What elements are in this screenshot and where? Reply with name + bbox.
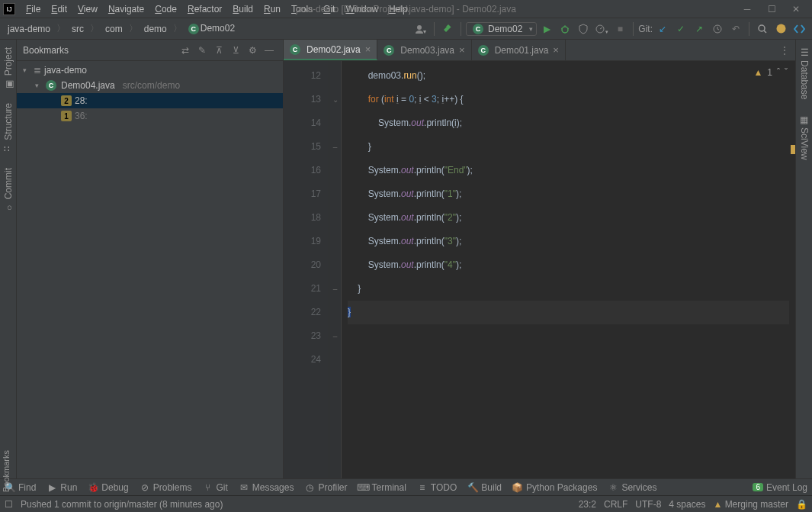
tool-window-problems[interactable]: ⊘Problems	[140, 482, 192, 493]
tool-window-git[interactable]: ⑂Git	[202, 482, 227, 493]
tool-window-run[interactable]: ▶Run	[47, 482, 77, 493]
tool-window-messages[interactable]: ✉Messages	[239, 482, 294, 493]
fold-region[interactable]	[329, 206, 341, 230]
stop-button[interactable]: ■	[611, 21, 628, 37]
hide-icon[interactable]: —	[262, 43, 277, 58]
close-icon[interactable]: ×	[459, 44, 465, 56]
git-push-icon[interactable]: ↗	[691, 21, 708, 37]
close-button[interactable]: ✕	[791, 4, 801, 14]
fold-region[interactable]: –	[329, 324, 341, 348]
caret-position[interactable]: 23:2	[579, 499, 596, 510]
menu-view[interactable]: View	[73, 2, 102, 16]
ide-settings-icon[interactable]	[772, 21, 789, 37]
coverage-button[interactable]	[575, 21, 592, 37]
project-tool-tab[interactable]: ▣Project	[2, 44, 15, 91]
collapse-icon[interactable]: ⊻	[228, 43, 243, 58]
expand-icon[interactable]: ⊼	[211, 43, 226, 58]
menu-file[interactable]: File	[21, 2, 45, 16]
tree-file[interactable]: ▾ C Demo04.java src/com/demo	[17, 78, 283, 93]
crumb[interactable]: java-demo	[5, 22, 53, 36]
run-button[interactable]: ▶	[538, 21, 555, 37]
commit-tool-tab[interactable]: ○Commit	[2, 165, 15, 214]
line-number[interactable]: 13	[287, 88, 321, 111]
maximize-button[interactable]: ☐	[766, 4, 777, 14]
code-editor[interactable]: 12131415161718192021222324 ⌄––– demo03.r…	[284, 61, 795, 478]
menu-refactor[interactable]: Refactor	[183, 2, 226, 16]
line-number[interactable]: 12	[287, 64, 321, 88]
chevron-up-icon[interactable]: ˆ	[777, 67, 780, 78]
menu-build[interactable]: Build	[228, 2, 258, 16]
crumb[interactable]: CDemo02	[185, 21, 238, 36]
line-number[interactable]: 14	[287, 111, 321, 135]
tool-window-event-log[interactable]: 6Event Log	[753, 482, 807, 493]
bookmarks-tool-tab[interactable]: Bookmarks	[0, 447, 12, 495]
encoding[interactable]: UTF-8	[635, 499, 661, 510]
edit-icon[interactable]: ✎	[194, 43, 210, 58]
line-number[interactable]: 15	[287, 135, 321, 159]
editor-tab[interactable]: CDemo03.java×	[377, 40, 471, 60]
git-history-icon[interactable]	[709, 21, 726, 37]
vcs-status-icon[interactable]: ☐	[5, 499, 13, 510]
indent-info[interactable]: 4 spaces	[669, 499, 705, 510]
line-number[interactable]: 21	[287, 277, 321, 301]
tool-window-build[interactable]: 🔨Build	[467, 482, 502, 493]
filter-icon[interactable]: ⇄	[178, 43, 193, 58]
tool-window-debug[interactable]: 🐞Debug	[88, 482, 128, 493]
line-number[interactable]: 17	[287, 182, 321, 206]
database-tool-tab[interactable]: ☰ Database	[798, 44, 811, 102]
line-gutter[interactable]: 12131415161718192021222324	[284, 61, 329, 478]
fold-region[interactable]	[329, 159, 341, 182]
bookmark-item[interactable]: 1 36:	[17, 108, 283, 124]
minimize-button[interactable]: ─	[742, 4, 753, 14]
fold-region[interactable]: ⌄	[329, 88, 341, 111]
tool-window-todo[interactable]: ≡TODO	[417, 482, 457, 493]
line-number[interactable]: 22	[287, 301, 321, 324]
inspection-widget[interactable]: ▲ 1 ˆ ˇ	[750, 66, 791, 79]
fold-region[interactable]	[329, 348, 341, 372]
tab-more-icon[interactable]: ⋮	[774, 40, 795, 60]
fold-region[interactable]	[329, 182, 341, 206]
fold-region[interactable]	[329, 64, 341, 88]
fold-region[interactable]: –	[329, 277, 341, 301]
git-commit-icon[interactable]: ✓	[672, 21, 689, 37]
close-icon[interactable]: ×	[553, 44, 559, 56]
editor-tab[interactable]: CDemo02.java×	[284, 40, 377, 60]
gear-icon[interactable]: ⚙	[245, 43, 260, 58]
tree-root[interactable]: ▾ ≣ java-demo	[17, 63, 283, 78]
tool-window-terminal[interactable]: ⌨Terminal	[358, 482, 406, 493]
build-hammer-icon[interactable]	[439, 21, 456, 37]
code-content[interactable]: demo03.run(); for (int i = 0; i < 3; i++…	[342, 61, 795, 478]
line-number[interactable]: 19	[287, 230, 321, 253]
breadcrumb[interactable]: java-demo〉src〉com〉demo〉CDemo02	[5, 21, 238, 36]
undo-icon[interactable]: ↶	[727, 21, 744, 37]
tool-window-profiler[interactable]: ◷Profiler	[304, 482, 347, 493]
bookmarks-tree[interactable]: ▾ ≣ java-demo ▾ C Demo04.java src/com/de…	[17, 61, 283, 478]
crumb[interactable]: src	[69, 22, 87, 36]
tool-window-python-packages[interactable]: 📦Python Packages	[512, 482, 597, 493]
line-separator[interactable]: CRLF	[604, 499, 627, 510]
code-with-me-icon[interactable]	[791, 21, 807, 37]
git-pull-icon[interactable]: ↙	[654, 21, 671, 37]
bookmark-item[interactable]: 2 28:	[17, 93, 283, 108]
sciview-tool-tab[interactable]: ▦ SciView	[798, 111, 811, 163]
editor-tab[interactable]: CDemo01.java×	[472, 40, 566, 60]
menu-navigate[interactable]: Navigate	[104, 2, 149, 16]
profile-button[interactable]: ▾	[593, 21, 610, 37]
tool-window-services[interactable]: ⚛Services	[608, 482, 656, 493]
close-icon[interactable]: ×	[365, 43, 371, 55]
menu-run[interactable]: Run	[259, 2, 285, 16]
fold-region[interactable]: –	[329, 135, 341, 159]
structure-tool-tab[interactable]: ∷Structure	[2, 100, 15, 156]
line-number[interactable]: 16	[287, 159, 321, 182]
run-config-selector[interactable]: C Demo02	[466, 22, 537, 36]
lock-icon[interactable]: 🔒	[796, 499, 807, 510]
crumb[interactable]: com	[102, 22, 126, 36]
fold-region[interactable]	[329, 111, 341, 135]
fold-region[interactable]	[329, 230, 341, 253]
line-number[interactable]: 20	[287, 253, 321, 277]
menu-edit[interactable]: Edit	[47, 2, 72, 16]
user-icon[interactable]: ▾	[412, 21, 429, 37]
branch-widget[interactable]: ▲ Merging master	[713, 499, 788, 510]
debug-button[interactable]	[557, 21, 573, 37]
error-stripe-mark[interactable]	[791, 145, 795, 154]
